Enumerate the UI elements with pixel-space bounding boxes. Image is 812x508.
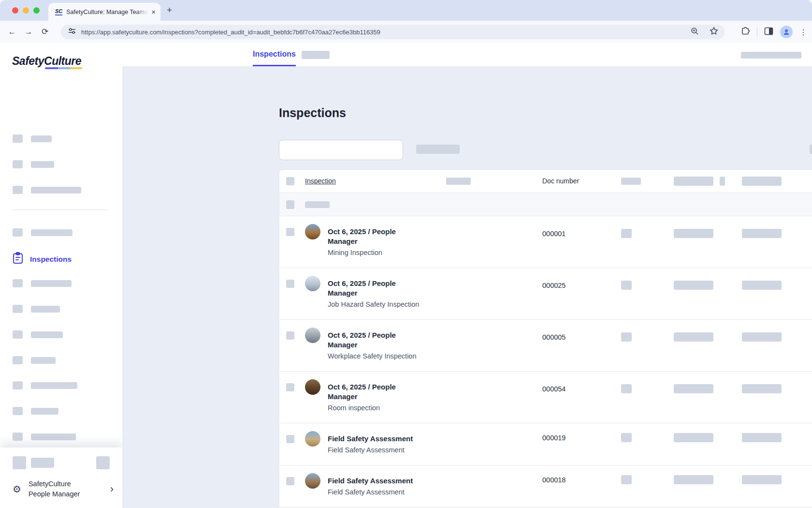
inspection-title[interactable]: Oct 6, 2025 / People Manager [328,279,420,298]
footer-action-skeleton[interactable] [96,456,110,469]
sidebar-item-skeleton[interactable] [13,330,63,339]
inspection-avatar [305,224,320,239]
gear-icon[interactable]: ⚙ [13,484,21,494]
sidebar-item-skeleton[interactable] [13,433,76,441]
url-text[interactable]: https://app.safetyculture.com/inspection… [81,29,691,36]
nav-icon-skeleton [13,228,23,237]
sidebar: SafetyCulture Inspections [0,43,122,508]
group-checkbox-skeleton[interactable] [286,200,294,209]
side-panel-icon[interactable] [764,27,773,37]
org-switcher[interactable]: ⚙ SafetyCulture People Manager › [13,479,114,499]
cell-skeleton [742,229,782,238]
extensions-icon[interactable] [741,27,750,38]
filter-skeleton[interactable] [416,145,460,154]
inspections-table: Inspection Doc number [279,169,812,508]
select-all-checkbox-skeleton[interactable] [286,177,294,185]
cell-skeleton [674,475,713,484]
inspection-title[interactable]: Field Safety Assessment [328,476,420,486]
close-window-button[interactable] [12,7,18,14]
back-button[interactable]: ← [4,27,20,37]
doc-number-value: 000005 [542,332,566,342]
maximize-window-button[interactable] [33,7,40,14]
column-doc-number[interactable]: Doc number [542,177,579,185]
cell-skeleton [742,332,782,342]
browser-tab[interactable]: SC SafetyCulture: Manage Teams × [48,3,160,21]
inspection-title[interactable]: Oct 6, 2025 / People Manager [328,227,420,246]
row-checkbox-skeleton[interactable] [286,383,294,391]
doc-number-value: 000018 [542,475,566,485]
zoom-icon[interactable] [691,27,699,37]
sidebar-item-skeleton[interactable] [13,381,77,389]
column-skeleton [674,177,713,186]
tab-skeleton[interactable] [302,51,330,59]
site-settings-icon[interactable] [68,27,76,37]
cell-skeleton [621,384,632,393]
browser-menu-icon[interactable]: ⋮ [799,28,807,37]
inspection-avatar [305,276,320,291]
table-row[interactable]: Oct 6, 2025 / People Manager Job Hazard … [279,268,812,320]
nav-icon-skeleton [13,134,23,143]
sidebar-item-inspections[interactable]: Inspections [13,252,72,266]
inspection-cell[interactable]: Oct 6, 2025 / People Manager Job Hazard … [328,279,812,310]
bookmark-star-icon[interactable] [710,27,718,37]
forward-button[interactable]: → [20,27,37,37]
inspection-template-name: Room inspection [328,403,812,413]
table-rows: Oct 6, 2025 / People Manager Mining Insp… [279,216,812,508]
doc-number-value: 000025 [542,281,566,290]
sidebar-item-skeleton[interactable] [13,134,52,143]
row-checkbox-skeleton[interactable] [286,228,294,236]
inspection-title[interactable]: Field Safety Assessment [328,434,420,444]
row-checkbox-skeleton[interactable] [286,477,294,485]
inspection-title[interactable]: Oct 6, 2025 / People Manager [328,330,420,350]
nav-icon-skeleton [13,381,23,389]
nav-label-skeleton [31,280,72,287]
inspection-cell[interactable]: Field Safety Assessment Field Safety Ass… [328,434,812,455]
inspection-cell[interactable]: Oct 6, 2025 / People Manager Room inspec… [328,382,812,413]
column-inspection[interactable]: Inspection [305,177,336,185]
sidebar-item-skeleton[interactable] [13,186,81,194]
browser-toolbar: ← → ⟳ https://app.safetyculture.com/insp… [0,21,812,43]
table-row[interactable]: Field Safety Assessment Field Safety Ass… [279,465,812,508]
inspection-cell[interactable]: Field Safety Assessment Field Safety Ass… [328,476,812,497]
inspection-title[interactable]: Oct 6, 2025 / People Manager [328,382,420,402]
profile-avatar-icon[interactable] [780,26,793,38]
new-tab-button[interactable]: + [167,5,172,15]
reload-button[interactable]: ⟳ [37,27,53,37]
doc-number-value: 000054 [542,384,566,394]
sidebar-item-skeleton[interactable] [13,228,72,237]
inspection-cell[interactable]: Oct 6, 2025 / People Manager Workplace S… [328,330,812,361]
tab-inspections[interactable]: Inspections [253,43,296,66]
search-input[interactable] [279,140,403,160]
minimize-window-button[interactable] [23,7,29,14]
column-skeleton [742,177,782,186]
table-row[interactable]: Oct 6, 2025 / People Manager Room inspec… [279,372,812,423]
sidebar-item-skeleton[interactable] [13,407,58,415]
nav-icon-skeleton [13,407,23,415]
row-checkbox-skeleton[interactable] [286,331,294,340]
cell-skeleton [674,433,713,442]
doc-number-value: 000019 [542,433,566,443]
sidebar-item-skeleton[interactable] [13,356,56,364]
table-row[interactable]: Oct 6, 2025 / People Manager Workplace S… [279,320,812,372]
safetyculture-logo[interactable]: SafetyCulture [12,55,81,68]
org-name-line2: People Manager [29,490,80,498]
inspection-cell[interactable]: Oct 6, 2025 / People Manager Mining Insp… [328,227,812,258]
sidebar-item-skeleton[interactable] [13,160,54,168]
address-bar[interactable]: https://app.safetyculture.com/inspection… [61,25,725,39]
column-skeleton [621,178,641,185]
table-row[interactable]: Oct 6, 2025 / People Manager Mining Insp… [279,216,812,268]
chevron-right-icon[interactable]: › [110,484,114,494]
sidebar-item-skeleton[interactable] [13,305,60,313]
row-checkbox-skeleton[interactable] [286,280,294,288]
inspection-avatar [305,431,320,447]
doc-number-value: 000001 [542,229,566,239]
close-tab-icon[interactable]: × [151,8,156,16]
clipboard-icon [13,252,23,266]
table-row[interactable]: Field Safety Assessment Field Safety Ass… [279,423,812,465]
inspection-template-name: Workplace Safety Inspection [328,351,812,361]
org-name-line1: SafetyCulture [29,480,71,488]
sidebar-item-skeleton[interactable] [13,279,72,287]
column-skeleton [446,178,471,185]
row-checkbox-skeleton[interactable] [286,435,294,443]
inspection-avatar [305,473,320,489]
